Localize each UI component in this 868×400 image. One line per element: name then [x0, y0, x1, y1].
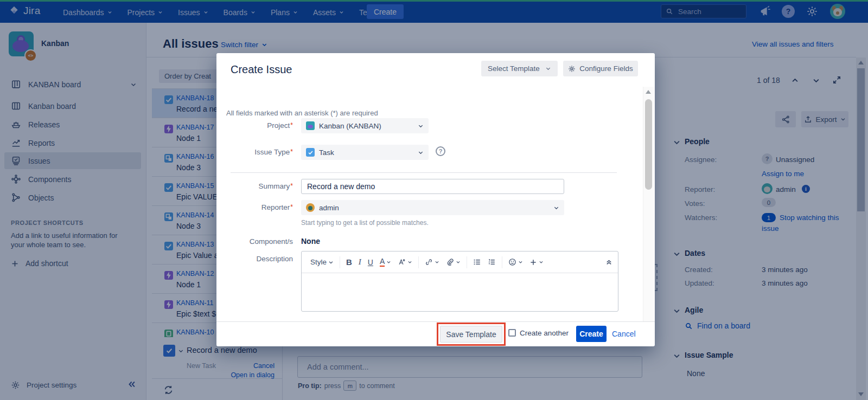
editor-toolbar: Style B I U A — [302, 251, 618, 273]
style-dropdown[interactable]: Style — [307, 258, 337, 266]
reporter-field-label: Reporter* — [216, 203, 293, 211]
required-fields-note: All fields marked with an asterisk (*) a… — [226, 109, 378, 117]
issue-type-select[interactable]: Task — [301, 145, 429, 160]
description-field-label: Description — [216, 255, 293, 263]
save-template-button[interactable]: Save Template — [440, 326, 502, 343]
emoji-button[interactable] — [505, 258, 526, 266]
task-type-icon — [306, 148, 315, 157]
description-textarea[interactable] — [302, 273, 618, 311]
project-field-label: Project* — [216, 121, 293, 130]
create-issue-modal: Create Issue Select Template Configure F… — [216, 53, 655, 346]
font-size-icon — [398, 258, 406, 266]
configure-fields-button[interactable]: Configure Fields — [563, 61, 638, 76]
insert-more-button[interactable] — [526, 259, 547, 266]
description-editor[interactable]: Style B I U A — [301, 251, 618, 312]
project-avatar-icon — [306, 121, 315, 130]
emoji-icon — [508, 258, 516, 266]
numbered-list-icon — [488, 258, 496, 266]
chevron-down-icon — [407, 260, 412, 264]
link-button[interactable] — [422, 258, 443, 266]
components-value: None — [301, 237, 320, 246]
link-icon — [425, 258, 433, 266]
modal-scrollbar-thumb[interactable] — [645, 99, 652, 190]
gear-icon — [568, 65, 576, 73]
chevron-down-icon — [386, 260, 391, 264]
modal-title: Create Issue — [231, 63, 292, 76]
plus-icon — [529, 259, 537, 266]
issue-type-help-icon[interactable]: ? — [436, 146, 445, 156]
jira-app: Jira Dashboards Projects Issues Boards P… — [0, 0, 868, 400]
text-size-button[interactable] — [394, 258, 416, 266]
text-color-button[interactable]: A — [376, 257, 394, 267]
chevron-down-icon — [545, 66, 551, 72]
bold-button[interactable]: B — [343, 257, 355, 267]
modal-scrollbar-up-arrow[interactable] — [646, 90, 651, 94]
bullet-list-button[interactable] — [470, 258, 484, 266]
reporter-avatar-icon — [306, 203, 315, 212]
cancel-link[interactable]: Cancel — [612, 330, 636, 338]
save-template-highlight-annotation: Save Template — [437, 322, 506, 346]
reporter-select[interactable]: admin — [301, 200, 564, 215]
select-template-dropdown[interactable]: Select Template — [481, 61, 558, 76]
issue-type-field-label: Issue Type* — [216, 148, 293, 156]
bullet-list-icon — [473, 258, 481, 266]
chevron-down-icon — [435, 260, 439, 264]
chevron-down-icon — [418, 150, 424, 156]
numbered-list-button[interactable] — [484, 258, 499, 266]
collapse-toolbar-icon[interactable] — [605, 259, 612, 266]
attachment-button[interactable] — [443, 258, 464, 266]
chevron-down-icon — [418, 123, 424, 129]
create-submit-button[interactable]: Create — [576, 326, 607, 342]
components-field-label: Component/s — [216, 237, 293, 246]
project-select[interactable]: Kanban (KANBAN) — [301, 118, 429, 133]
chevron-down-icon — [539, 260, 544, 264]
create-another-label: Create another — [520, 329, 569, 337]
modal-divider — [231, 172, 617, 173]
reporter-hint: Start typing to get a list of possible m… — [301, 219, 429, 227]
paperclip-icon — [446, 258, 454, 266]
summary-field-label: Summary* — [216, 182, 293, 190]
chevron-down-icon — [518, 260, 523, 264]
create-another-checkbox[interactable] — [508, 329, 516, 337]
summary-input[interactable] — [301, 179, 564, 194]
underline-button[interactable]: U — [365, 258, 376, 267]
chevron-down-icon — [328, 260, 334, 265]
chevron-down-icon — [553, 205, 559, 211]
chevron-down-icon — [456, 260, 461, 264]
italic-button[interactable]: I — [355, 257, 365, 267]
